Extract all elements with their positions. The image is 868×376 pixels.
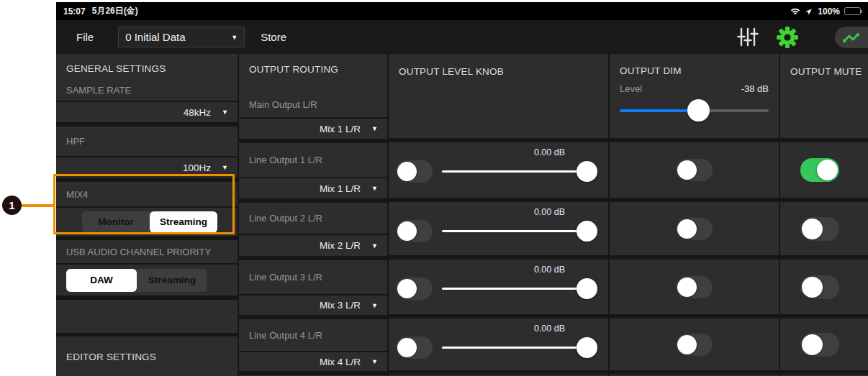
sample-rate-value: 48kHz — [184, 107, 211, 118]
mute-row-line3 — [780, 260, 868, 314]
dim-toggle[interactable] — [676, 276, 713, 298]
hpf-label: HPF — [66, 136, 85, 147]
mute-toggle[interactable] — [800, 158, 839, 182]
hpf-label-cell: HPF — [56, 127, 238, 156]
preset-dropdown[interactable]: 0 Initial Data ▼ — [118, 27, 245, 47]
level-slider[interactable] — [442, 161, 597, 182]
level-slider[interactable] — [442, 337, 597, 358]
status-bar: 15:07 5月26日(金) 100% — [56, 2, 868, 20]
level-row-line4: 0.00 dB — [389, 318, 608, 370]
sample-rate-dropdown[interactable]: 48kHz ▼ — [56, 102, 238, 122]
mixer-faders-icon[interactable] — [737, 27, 759, 47]
chevron-down-icon: ▼ — [371, 242, 378, 249]
toolbar: File 0 Initial Data ▼ Store — [56, 20, 868, 54]
usb-priority-label: USB AUDIO CHANNEL PRIORITY — [66, 247, 211, 257]
level-slider-knob[interactable] — [577, 161, 597, 182]
general-settings-column: GENERAL SETTINGS SAMPLE RATE 48kHz ▼ HPF… — [56, 54, 238, 376]
level-link-toggle[interactable] — [396, 336, 433, 359]
dim-level-slider[interactable] — [620, 99, 769, 121]
dim-toggle[interactable] — [676, 159, 713, 181]
dim-toggle[interactable] — [676, 334, 713, 356]
level-slider[interactable] — [442, 221, 597, 242]
chevron-down-icon: ▼ — [222, 109, 228, 116]
level-link-toggle[interactable] — [396, 278, 433, 300]
routing-label-cell: Line Output 2 L/R — [239, 203, 387, 234]
level-value: 0.00 dB — [534, 147, 565, 157]
settings-gear-icon[interactable] — [776, 26, 799, 49]
mute-toggle[interactable] — [800, 217, 839, 241]
file-menu-button[interactable]: File — [76, 31, 94, 43]
level-slider-knob[interactable] — [577, 337, 597, 358]
chevron-down-icon: ▼ — [371, 302, 378, 309]
mix4-option-monitor[interactable]: Monitor — [82, 211, 150, 233]
output-dim-title: OUTPUT DIM — [620, 65, 682, 76]
level-row-line2: 0.00 dB — [389, 202, 608, 255]
routing-label-cell: Line Output 3 L/R — [239, 260, 387, 294]
connect-zigzag-icon — [841, 31, 860, 44]
routing-value: Mix 1 L/R — [320, 183, 361, 194]
level-slider[interactable] — [442, 278, 597, 299]
general-settings-title: GENERAL SETTINGS — [66, 63, 227, 74]
callout-badge: 1 — [2, 196, 22, 215]
level-slider-track — [442, 347, 592, 349]
level-value: 0.00 dB — [534, 265, 565, 275]
dim-toggle[interactable] — [676, 218, 713, 240]
level-slider-knob[interactable] — [577, 278, 597, 299]
preset-dropdown-value: 0 Initial Data — [125, 31, 185, 43]
dim-slider-knob[interactable] — [687, 99, 710, 121]
routing-dropdown-line2[interactable]: Mix 2 L/R ▼ — [239, 235, 387, 256]
level-row-line3: 0.00 dB — [389, 260, 608, 314]
routing-value: Mix 2 L/R — [320, 240, 361, 251]
usb-option-daw[interactable]: DAW — [66, 269, 137, 292]
routing-dropdown-main[interactable]: Mix 1 L/R ▼ — [239, 119, 387, 139]
chevron-down-icon: ▼ — [371, 125, 378, 132]
output-level-knob-title: OUTPUT LEVEL KNOB — [399, 66, 504, 77]
output-mute-title: OUTPUT MUTE — [790, 66, 862, 77]
hpf-dropdown[interactable]: 100Hz ▼ — [56, 157, 238, 178]
connect-button[interactable] — [835, 27, 868, 48]
routing-value: Mix 1 L/R — [320, 124, 361, 134]
output-level-knob-column: OUTPUT LEVEL KNOB 0.00 dB 0.00 dB — [389, 54, 608, 376]
usb-option-streaming[interactable]: Streaming — [137, 269, 207, 292]
routing-dropdown-line1[interactable]: Mix 1 L/R ▼ — [239, 178, 387, 198]
level-value: 0.00 dB — [534, 324, 565, 334]
routing-row-label: Line Output 3 L/R — [249, 272, 322, 283]
empty-cell — [56, 300, 238, 333]
routing-value: Mix 3 L/R — [320, 300, 361, 311]
sample-rate-label: SAMPLE RATE — [66, 85, 227, 96]
page: 1 15:07 5月26日(金) — [0, 0, 868, 376]
mute-toggle[interactable] — [800, 275, 839, 299]
mix4-segmented-cell: Monitor Streaming — [56, 208, 238, 236]
mute-row-line4 — [780, 318, 868, 370]
chevron-down-icon: ▼ — [231, 34, 238, 41]
dim-row-line1 — [610, 142, 779, 198]
output-level-knob-header-cell: OUTPUT LEVEL KNOB — [389, 54, 608, 138]
mute-toggle[interactable] — [800, 333, 839, 357]
editor-settings-header-cell: EDITOR SETTINGS — [56, 336, 238, 376]
usb-priority-segmented-control: DAW Streaming — [66, 269, 207, 292]
routing-value: Mix 4 L/R — [320, 357, 361, 367]
level-slider-knob[interactable] — [577, 221, 597, 242]
routing-row-label: Line Output 2 L/R — [249, 213, 322, 224]
status-date: 5月26日(金) — [92, 5, 138, 17]
output-routing-header-cell: OUTPUT ROUTING Main Output L/R — [239, 54, 387, 117]
mix4-label: MIX4 — [66, 189, 88, 200]
mix4-label-cell: MIX4 — [56, 182, 238, 206]
routing-dropdown-line4[interactable]: Mix 4 L/R ▼ — [239, 352, 387, 371]
callout-connector-line — [20, 204, 55, 207]
mix4-option-streaming[interactable]: Streaming — [150, 211, 217, 233]
location-icon — [805, 7, 813, 15]
routing-dropdown-line3[interactable]: Mix 3 L/R ▼ — [239, 295, 387, 315]
chevron-down-icon: ▼ — [371, 358, 378, 365]
routing-label-cell: Line Output 1 L/R — [239, 143, 387, 177]
wifi-icon — [790, 7, 801, 16]
content-area: GENERAL SETTINGS SAMPLE RATE 48kHz ▼ HPF… — [56, 54, 868, 376]
general-settings-header-cell: GENERAL SETTINGS SAMPLE RATE — [56, 54, 238, 101]
level-link-toggle[interactable] — [396, 160, 433, 183]
level-slider-track — [442, 170, 592, 173]
output-routing-column: OUTPUT ROUTING Main Output L/R Mix 1 L/R… — [239, 54, 387, 376]
mute-row-line2 — [780, 202, 868, 255]
output-dim-header-cell: OUTPUT DIM Level -38 dB — [610, 54, 779, 138]
store-button[interactable]: Store — [261, 31, 286, 43]
level-link-toggle[interactable] — [396, 220, 433, 242]
